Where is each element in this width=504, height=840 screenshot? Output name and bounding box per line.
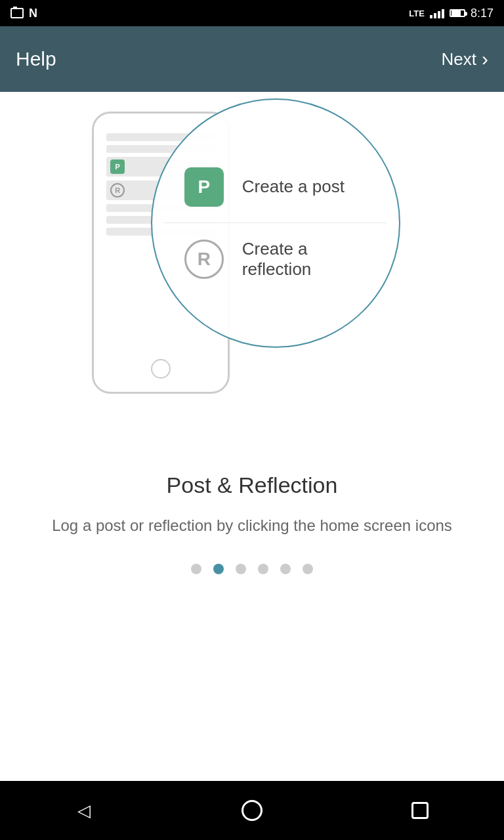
status-bar: N LTE 8:17 bbox=[0, 0, 504, 26]
back-icon: ◁ bbox=[77, 801, 91, 821]
page-title: Help bbox=[16, 48, 56, 70]
dot-1[interactable] bbox=[191, 564, 201, 574]
create-reflection-label: Create a reflection bbox=[242, 239, 367, 280]
pagination-dots bbox=[191, 564, 313, 574]
phone-home-button bbox=[151, 359, 171, 379]
home-icon bbox=[242, 800, 262, 821]
dot-5[interactable] bbox=[280, 564, 291, 574]
status-left-icons: N bbox=[10, 7, 37, 20]
next-button[interactable]: Next › bbox=[442, 48, 488, 70]
section-description: Log a post or reflection by clicking the… bbox=[52, 514, 452, 537]
app-header: Help Next › bbox=[0, 26, 504, 92]
dot-3[interactable] bbox=[236, 564, 246, 574]
create-post-item[interactable]: P Create a post bbox=[165, 151, 387, 223]
dot-6[interactable] bbox=[303, 564, 313, 574]
status-right-icons: LTE 8:17 bbox=[409, 7, 494, 20]
notification-icon: N bbox=[29, 7, 37, 20]
signal-bars-icon bbox=[430, 8, 444, 18]
create-post-label: Create a post bbox=[242, 177, 345, 197]
dot-2-active[interactable] bbox=[213, 564, 224, 574]
phone-mini-post-icon: P bbox=[110, 159, 125, 174]
battery-icon bbox=[450, 9, 465, 17]
lte-indicator: LTE bbox=[409, 9, 425, 18]
back-button[interactable]: ◁ bbox=[64, 791, 104, 830]
next-label: Next bbox=[442, 49, 476, 70]
create-reflection-item[interactable]: R Create a reflection bbox=[165, 223, 387, 295]
chevron-right-icon: › bbox=[482, 48, 488, 70]
zoom-circle: P Create a post R Create a reflection bbox=[151, 98, 400, 348]
illustration-area: P R P Create a post R bbox=[0, 92, 504, 459]
recents-button[interactable] bbox=[400, 791, 440, 830]
section-title: Post & Reflection bbox=[167, 472, 338, 498]
sd-card-icon bbox=[10, 8, 24, 18]
dot-4[interactable] bbox=[258, 564, 268, 574]
post-icon: P bbox=[184, 167, 224, 207]
main-content: P R P Create a post R bbox=[0, 92, 504, 781]
phone-mini-reflection-icon: R bbox=[110, 183, 125, 198]
clock: 8:17 bbox=[471, 7, 494, 20]
text-section: Post & Reflection Log a post or reflecti… bbox=[19, 459, 485, 537]
home-button[interactable] bbox=[232, 791, 272, 830]
reflection-icon: R bbox=[184, 240, 224, 279]
recents-icon bbox=[411, 802, 429, 819]
bottom-nav: ◁ bbox=[0, 781, 504, 840]
